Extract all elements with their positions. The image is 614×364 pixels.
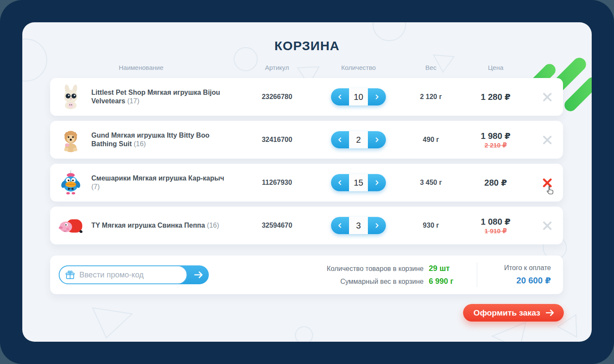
total-weight-label: Суммарный вес в корзине	[340, 278, 424, 286]
cart-row: Littlest Pet Shop Мягкая игрушка Bijou V…	[50, 78, 563, 116]
product-price: 1 980 ₽ 2 210 ₽	[460, 131, 531, 149]
product-name: Gund Мягкая игрушка Itty Bitty Boo Bathi…	[91, 132, 209, 147]
promo-input-wrap	[59, 265, 187, 284]
remove-item-button[interactable]	[540, 132, 555, 147]
current-price: 1 280 ₽	[481, 92, 511, 102]
chevron-right-icon	[373, 222, 380, 229]
increase-quantity-button[interactable]	[368, 174, 386, 191]
product-image-pig	[50, 212, 91, 239]
chevron-left-icon	[337, 136, 343, 143]
cart-totals: Количество товаров в корзине 29 шт Сумма…	[327, 264, 466, 286]
product-image-dog	[50, 126, 91, 153]
quantity-value[interactable]: 3	[349, 217, 368, 234]
checkout-label: Оформить заказ	[473, 308, 540, 318]
chevron-left-icon	[337, 222, 343, 229]
items-count-value: 29 шт	[429, 264, 466, 273]
arrow-right-icon	[545, 307, 555, 318]
close-icon	[542, 91, 553, 103]
current-price: 1 980 ₽	[481, 131, 511, 141]
product-image-bunny	[50, 84, 91, 110]
header-quantity: Количество	[315, 64, 402, 71]
header-article: Артикул	[239, 64, 315, 71]
product-review-count: (16)	[134, 140, 146, 147]
chevron-right-icon	[373, 179, 380, 186]
grand-total-label: Итого к оплате	[504, 264, 551, 272]
product-price: 1 080 ₽ 1 910 ₽	[460, 217, 531, 235]
remove-item-button[interactable]	[540, 218, 555, 233]
product-image-bird	[50, 169, 91, 196]
close-icon-red	[542, 177, 553, 189]
quantity-stepper: 3	[331, 217, 386, 234]
quantity-stepper: 15	[331, 174, 386, 191]
decor-triangle	[90, 304, 135, 340]
chevron-left-icon	[337, 93, 343, 100]
quantity-value[interactable]: 15	[349, 174, 368, 191]
quantity-value[interactable]: 2	[349, 131, 368, 148]
promo-code-input[interactable]	[79, 271, 181, 280]
decrease-quantity-button[interactable]	[331, 174, 349, 191]
cart-panel: КОРЗИНА Наименование Артикул Количество …	[22, 22, 592, 342]
increase-quantity-button[interactable]	[368, 131, 386, 148]
current-price: 280 ₽	[485, 177, 507, 188]
remove-item-button[interactable]	[540, 90, 555, 105]
product-price: 1 280 ₽	[460, 92, 531, 102]
promo-code-widget	[59, 265, 209, 284]
decrease-quantity-button[interactable]	[331, 131, 349, 148]
total-weight-value: 6 990 г	[429, 277, 466, 286]
decrease-quantity-button[interactable]	[331, 217, 349, 234]
table-header: Наименование Артикул Количество Вес Цена	[50, 64, 563, 71]
grand-total: Итого к оплате 20 600 ₽	[488, 264, 551, 286]
header-price: Цена	[460, 64, 531, 71]
product-weight: 2 120 г	[402, 93, 460, 101]
gift-icon	[65, 270, 75, 280]
remove-item-button-active[interactable]	[540, 175, 555, 190]
increase-quantity-button[interactable]	[368, 88, 386, 105]
close-icon	[542, 134, 553, 146]
current-price: 1 080 ₽	[481, 217, 511, 227]
cart-row: Смешарики Мягкая игрушка Кар-карыч (7) 1…	[50, 164, 563, 202]
product-article: 23266780	[239, 93, 315, 101]
chevron-left-icon	[337, 179, 343, 186]
old-price: 2 210 ₽	[485, 141, 507, 149]
product-article: 32594670	[239, 222, 315, 229]
decor-triangle	[490, 320, 529, 342]
product-article: 11267930	[239, 179, 315, 187]
chevron-right-icon	[373, 136, 380, 143]
product-article: 32416700	[239, 136, 315, 144]
items-count-label: Количество товаров в корзине	[327, 265, 424, 273]
window-frame: КОРЗИНА Наименование Артикул Количество …	[0, 0, 614, 364]
header-name: Наименование	[67, 64, 215, 71]
old-price: 1 910 ₽	[485, 227, 507, 235]
product-review-count: (17)	[127, 97, 139, 105]
product-weight: 930 г	[402, 222, 460, 229]
increase-quantity-button[interactable]	[368, 217, 386, 234]
product-review-count: (16)	[207, 222, 219, 229]
quantity-value[interactable]: 10	[349, 88, 368, 105]
decor-circle	[295, 326, 313, 342]
checkout-button[interactable]: Оформить заказ	[463, 304, 564, 322]
header-weight: Вес	[402, 64, 460, 71]
cart-row: TY Мягкая игрушка Свинка Пеппа (16) 3259…	[50, 207, 563, 244]
product-weight: 490 г	[402, 136, 460, 144]
product-review-count: (7)	[91, 183, 100, 190]
cart-row: Gund Мягкая игрушка Itty Bitty Boo Bathi…	[50, 121, 563, 159]
summary-divider	[477, 262, 477, 287]
product-name: Littlest Pet Shop Мягкая игрушка Bijou V…	[91, 89, 220, 105]
decrease-quantity-button[interactable]	[331, 88, 349, 105]
grand-total-value: 20 600 ₽	[516, 275, 551, 286]
product-name: Смешарики Мягкая игрушка Кар-карыч	[91, 174, 224, 182]
quantity-stepper: 2	[331, 131, 386, 148]
page-title: КОРЗИНА	[22, 39, 592, 53]
cart-summary: Количество товаров в корзине 29 шт Сумма…	[50, 256, 563, 294]
product-weight: 3 450 г	[402, 179, 460, 187]
quantity-stepper: 10	[331, 88, 386, 105]
product-name: TY Мягкая игрушка Свинка Пеппа	[91, 222, 205, 229]
close-icon	[542, 220, 553, 232]
product-price: 280 ₽	[460, 177, 531, 188]
chevron-right-icon	[373, 93, 380, 100]
